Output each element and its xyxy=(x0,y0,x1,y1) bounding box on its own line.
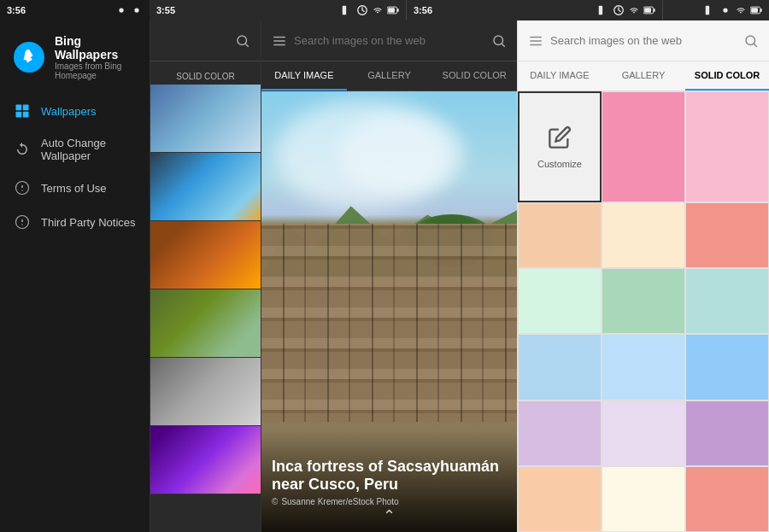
color-mauve[interactable] xyxy=(685,400,769,466)
svg-rect-19 xyxy=(760,9,762,12)
middle-tab-solid-color[interactable]: SOLID COLOR xyxy=(169,68,241,85)
cloud-2 xyxy=(338,114,467,193)
app-title: Bing Wallpapers xyxy=(55,34,136,61)
app-subtitle: Images from Bing Homepage xyxy=(55,61,136,80)
color-blue-pale[interactable] xyxy=(602,334,685,400)
hamburger-icon[interactable] xyxy=(272,33,287,49)
svg-rect-24 xyxy=(23,112,29,118)
color-salmon-light[interactable] xyxy=(685,202,769,268)
svg-point-36 xyxy=(494,36,503,45)
color-green-light[interactable] xyxy=(685,268,769,334)
svg-rect-21 xyxy=(16,105,22,111)
credit-text: Susanne Kremer/eStock Photo xyxy=(281,497,398,506)
auto-change-label: Auto Change Wallpaper xyxy=(41,137,136,162)
color-panel-tabs: DAILY IMAGE GALLERY SOLID COLOR xyxy=(518,61,769,91)
svg-rect-14 xyxy=(654,9,655,12)
image-panel-search-bar xyxy=(261,20,517,61)
tab-daily-image-right[interactable]: DAILY IMAGE xyxy=(518,61,602,91)
thumb-6[interactable] xyxy=(150,426,261,494)
search-icon-mid[interactable] xyxy=(235,33,250,49)
svg-rect-22 xyxy=(23,105,29,111)
thumb-2[interactable] xyxy=(150,153,261,221)
customize-cell[interactable]: Customize xyxy=(518,91,602,202)
search-icon-panel3[interactable] xyxy=(491,33,507,49)
sidebar-header: Bing Wallpapers Images from Bing Homepag… xyxy=(0,20,150,87)
color-purple-pale[interactable] xyxy=(602,400,685,466)
color-yellow-pale[interactable] xyxy=(602,466,685,532)
color-mint-pale[interactable] xyxy=(518,268,602,334)
time-1: 3:56 xyxy=(7,5,26,15)
third-party-label: Third Party Notices xyxy=(41,216,136,229)
bing-icon xyxy=(20,48,38,67)
app-icon xyxy=(14,42,44,73)
color-sky-light[interactable] xyxy=(518,334,602,400)
dot-icon-1 xyxy=(115,4,127,16)
terms-label: Terms of Use xyxy=(41,182,107,195)
thumbnail-grid xyxy=(150,85,261,532)
image-title: Inca fortress of Sacsayhuamán near Cusco… xyxy=(272,458,507,494)
svg-point-41 xyxy=(746,36,755,45)
image-container: Inca fortress of Sacsayhuamán near Cusco… xyxy=(261,91,517,532)
hamburger-icon-right[interactable] xyxy=(528,33,543,49)
tab-solid-color-right[interactable]: SOLID COLOR xyxy=(685,61,769,91)
battery-icon-2 xyxy=(643,4,655,16)
color-peach-pale[interactable] xyxy=(602,202,685,268)
battery-icon-1 xyxy=(387,4,399,16)
stone-walls xyxy=(261,224,517,422)
tab-solid-color[interactable]: SOLID COLOR xyxy=(431,61,517,91)
clock-icon-2 xyxy=(613,4,625,16)
svg-line-42 xyxy=(754,44,757,47)
status-icons-4 xyxy=(704,4,762,16)
color-peach-warm[interactable] xyxy=(518,466,602,532)
color-teal-light[interactable] xyxy=(602,268,685,334)
tab-gallery[interactable]: GALLERY xyxy=(347,61,432,91)
status-bar-3: 3:56 xyxy=(406,0,662,20)
time-2: 3:55 xyxy=(156,5,175,15)
svg-point-17 xyxy=(723,8,727,12)
color-lavender[interactable] xyxy=(518,400,602,466)
wallpapers-label: Wallpapers xyxy=(41,105,97,118)
dot-icon-3 xyxy=(719,4,731,16)
color-panel-search-input[interactable] xyxy=(550,34,737,47)
sidebar-item-terms[interactable]: Terms of Use xyxy=(0,171,150,205)
color-panel: DAILY IMAGE GALLERY SOLID COLOR Customiz… xyxy=(517,20,769,532)
middle-search-bar xyxy=(150,20,261,61)
main-container: Bing Wallpapers Images from Bing Homepag… xyxy=(0,20,769,532)
terms-icon xyxy=(14,179,31,196)
color-coral-light[interactable] xyxy=(685,466,769,532)
image-panel-search-input[interactable] xyxy=(294,34,484,47)
color-pink-pale[interactable] xyxy=(685,91,769,202)
app-info: Bing Wallpapers Images from Bing Homepag… xyxy=(55,34,136,80)
tab-gallery-right[interactable]: GALLERY xyxy=(602,61,685,91)
middle-tabs: SOLID COLOR xyxy=(150,61,261,85)
sidebar-item-auto-change[interactable]: Auto Change Wallpaper xyxy=(0,128,150,171)
image-panel-tabs: DAILY IMAGE GALLERY SOLID COLOR xyxy=(261,61,517,91)
middle-panel: SOLID COLOR xyxy=(150,20,261,532)
color-pink-light[interactable] xyxy=(602,91,685,202)
dot-icon-2 xyxy=(131,4,143,16)
status-icons-3 xyxy=(597,4,655,16)
auto-change-icon xyxy=(14,141,31,158)
svg-line-12 xyxy=(619,10,621,12)
color-grid: Customize xyxy=(518,91,769,532)
battery-icon-3 xyxy=(750,4,762,16)
tab-daily-image[interactable]: DAILY IMAGE xyxy=(261,61,347,91)
status-icons-2 xyxy=(341,4,399,16)
search-icon-right[interactable] xyxy=(743,33,759,49)
sidebar-item-wallpapers[interactable]: Wallpapers xyxy=(0,94,150,128)
color-peach-light[interactable] xyxy=(518,202,602,268)
svg-rect-16 xyxy=(706,6,709,15)
thumb-3[interactable] xyxy=(150,221,261,289)
color-blue-light[interactable] xyxy=(685,334,769,400)
svg-point-31 xyxy=(238,36,247,45)
chevron-up-icon[interactable]: ⌃ xyxy=(383,506,396,525)
svg-point-0 xyxy=(119,8,123,12)
status-bar-1: 3:56 xyxy=(0,0,150,20)
wifi-icon-3 xyxy=(735,4,747,16)
thumb-4[interactable] xyxy=(150,289,261,358)
svg-line-5 xyxy=(362,10,365,12)
thumb-5[interactable] xyxy=(150,358,261,426)
thumb-1[interactable] xyxy=(150,85,261,153)
sidebar-item-third-party[interactable]: Third Party Notices xyxy=(0,205,150,239)
color-panel-search-bar xyxy=(518,20,769,61)
